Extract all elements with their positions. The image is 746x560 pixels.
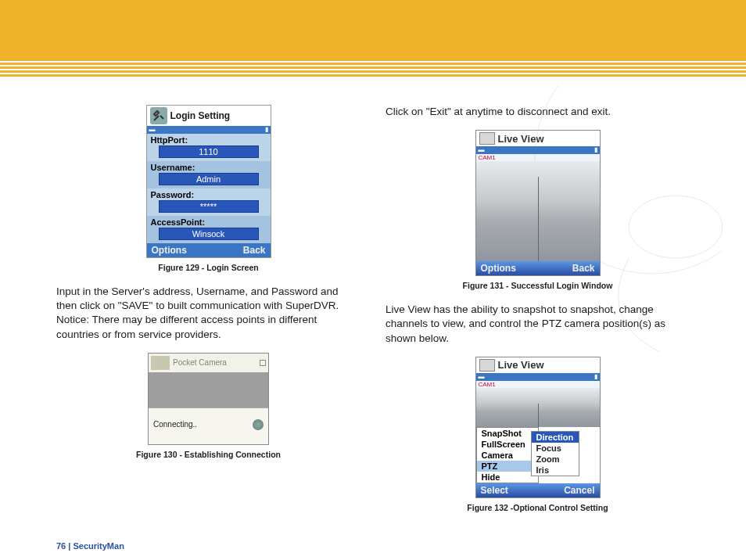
password-value[interactable]: ***** <box>159 200 259 213</box>
menu-ptz[interactable]: PTZ <box>477 461 538 472</box>
figure-130-window: Pocket Camera Connecting.. <box>148 353 269 445</box>
liveview-title: Live View <box>498 359 544 371</box>
cam1-label: CAM1 <box>476 154 600 161</box>
figure-132-caption: Figure 132 -Optional Control Setting <box>386 503 690 512</box>
signal-icon: ▬ <box>149 126 156 134</box>
ptz-submenu[interactable]: Direction Focus Zoom Iris <box>531 431 579 476</box>
paragraph-1: Input in the Server's address, Username,… <box>56 285 360 342</box>
select-softkey[interactable]: Select <box>481 485 508 496</box>
menu-hide[interactable]: Hide <box>477 472 538 483</box>
header-bar <box>0 0 746 61</box>
menu-snapshot[interactable]: SnapShot <box>477 428 538 439</box>
menu-camera[interactable]: Camera <box>477 450 538 461</box>
menu-fullscreen[interactable]: FullScreen <box>477 439 538 450</box>
figure-129-caption: Figure 129 - Login Screen <box>56 263 360 272</box>
login-title: Login Setting <box>170 110 231 121</box>
figure-131-phone: Live View ▬▮ CAM1 OptionsBack <box>475 130 601 276</box>
httpport-label: HttpPort: <box>151 135 267 145</box>
camera-icon <box>479 359 495 372</box>
left-column: Login Setting ▬▮ HttpPort:1110 Username:… <box>56 105 360 525</box>
live-video-feed <box>476 161 600 261</box>
settings-icon[interactable] <box>253 419 264 430</box>
options-softkey[interactable]: Options <box>152 245 187 256</box>
signal-icon: ▬ <box>479 373 485 381</box>
accesspoint-label: AccessPoint: <box>151 217 267 227</box>
video-placeholder <box>149 372 268 407</box>
cam1-label: CAM1 <box>476 381 600 388</box>
submenu-iris[interactable]: Iris <box>532 465 579 476</box>
httpport-value[interactable]: 1110 <box>159 145 259 158</box>
submenu-direction[interactable]: Direction <box>532 432 579 443</box>
password-label: Password: <box>151 190 267 199</box>
battery-icon: ▮ <box>594 146 597 154</box>
page-number: 76 <box>56 541 66 551</box>
toolbar-icons <box>151 356 170 370</box>
submenu-zoom[interactable]: Zoom <box>532 454 579 465</box>
submenu-focus[interactable]: Focus <box>532 443 579 454</box>
options-menu[interactable]: SnapShot FullScreen Camera PTZ Hide <box>476 427 539 483</box>
username-label: Username: <box>151 163 267 172</box>
back-softkey[interactable]: Back <box>572 263 595 274</box>
footer-brand: SecurityMan <box>73 541 124 551</box>
battery-icon: ▮ <box>594 373 597 381</box>
battery-icon: ▮ <box>265 126 268 134</box>
tools-icon <box>150 107 167 124</box>
figure-132-phone: Live View ▬▮ CAM1 SnapShot FullScreen Ca… <box>475 357 601 498</box>
accesspoint-value[interactable]: Winsock <box>159 228 259 240</box>
figure-130-caption: Figure 130 - Establishing Connection <box>56 450 360 459</box>
username-value[interactable]: Admin <box>159 173 259 185</box>
cancel-softkey[interactable]: Cancel <box>564 485 594 496</box>
options-softkey[interactable]: Options <box>481 263 516 274</box>
paragraph-2: Click on "Exit" at anytime to disconnect… <box>386 105 690 119</box>
signal-icon: ▬ <box>479 146 485 154</box>
figure-129-phone: Login Setting ▬▮ HttpPort:1110 Username:… <box>146 105 271 258</box>
connecting-status: Connecting.. <box>153 420 197 429</box>
liveview-title: Live View <box>498 133 544 145</box>
paragraph-3: Live View has the ability to snapshot to… <box>386 303 690 346</box>
live-video-feed <box>476 388 600 427</box>
right-column: Click on "Exit" at anytime to disconnect… <box>386 105 690 525</box>
camera-icon <box>479 132 495 145</box>
back-softkey[interactable]: Back <box>243 245 266 256</box>
header-stripes <box>0 61 746 75</box>
figure-131-caption: Figure 131 - Successful Login Window <box>386 281 690 290</box>
app-title: Pocket Camera <box>173 358 227 367</box>
page-footer: 76 | SecurityMan <box>56 541 124 551</box>
close-icon[interactable] <box>260 360 266 366</box>
